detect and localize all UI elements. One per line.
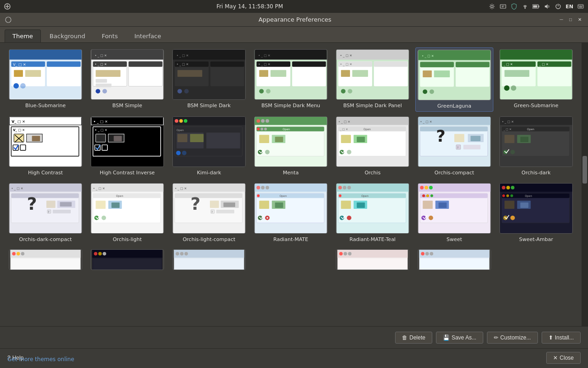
network-icon[interactable]	[521, 3, 529, 10]
themes-row4	[6, 247, 575, 275]
window-controls[interactable]: ─ □ ✕	[558, 16, 583, 23]
theme-blue-submarine[interactable]: V_ □ ✕ Blue-Submarine	[6, 47, 85, 112]
theme-bsm-simple[interactable]: • _ □ ✕ • _ □ ✕ BSM Simple	[88, 47, 166, 112]
theme-bsm-simple-dark[interactable]: • _ □ ✕ • _ □ ✕ BSM Simple Dark	[170, 47, 248, 112]
theme-orchis-light-compact[interactable]: • _ □ ✕ ? ? Orchis-light-compact	[170, 181, 248, 245]
theme-orchis-dark-compact[interactable]: • _ □ ✕ ? ? Orchis-dark-compact	[6, 181, 85, 245]
theme-bsm-simple-dark-menu[interactable]: • _ □ ✕ • _ □ ✕ BSM Simple Dark Menu	[252, 47, 330, 112]
svg-point-269	[506, 186, 510, 190]
theme-row4-3[interactable]	[170, 247, 248, 275]
svg-text:• _ □ ✕: • _ □ ✕	[175, 186, 187, 190]
svg-rect-146	[259, 135, 269, 144]
svg-rect-41	[96, 79, 107, 83]
theme-name-sweet: Sweet	[447, 236, 462, 243]
theme-kimi-dark[interactable]: Open Kimi-dark	[170, 115, 248, 178]
theme-bsm-simple-dark-panel[interactable]: • _ □ ✕ • _ □ ✕ BSM Simple Dark Panel	[334, 47, 412, 112]
delete-button[interactable]: 🗑 Delete	[395, 332, 432, 344]
theme-preview-bsm-simple-dark-menu: • _ □ ✕ • _ □ ✕	[254, 49, 328, 100]
theme-sweet-ambar[interactable]: Open Sweet-Ambar	[497, 181, 575, 245]
power-icon[interactable]	[554, 3, 562, 10]
tab-theme[interactable]: Theme	[5, 29, 41, 42]
svg-rect-299	[175, 259, 243, 270]
svg-point-274	[502, 194, 505, 197]
svg-text:?: ?	[436, 126, 446, 145]
customize-button[interactable]: ✏ Customize...	[487, 332, 538, 344]
theme-menta[interactable]: Open Menta	[252, 115, 330, 178]
theme-high-contrast-inverse[interactable]: • _ □ ✕ • _ □ ✕ High Contrast Inverse	[88, 115, 166, 178]
theme-radiant-mate[interactable]: Open Radiant-MATE	[252, 181, 330, 245]
svg-rect-84	[420, 62, 454, 68]
theme-row4-1[interactable]	[6, 247, 85, 275]
svg-rect-63	[292, 62, 326, 67]
maximize-button[interactable]: □	[567, 16, 574, 23]
minimize-button[interactable]: ─	[558, 16, 565, 23]
system-menu-icon[interactable]	[4, 3, 11, 10]
volume-icon[interactable]	[543, 3, 551, 10]
svg-text:Open: Open	[527, 128, 534, 132]
svg-rect-16	[581, 6, 582, 6]
theme-sweet[interactable]: Open Sweet	[415, 181, 493, 245]
theme-orchis-compact[interactable]: • _ □ ✕ ? ? Orchis-compact	[415, 115, 493, 178]
svg-rect-13	[578, 5, 583, 8]
battery-icon	[532, 3, 540, 10]
app-menu-icon[interactable]	[5, 16, 12, 23]
theme-row4-5[interactable]	[334, 247, 412, 275]
svg-point-125	[179, 119, 183, 123]
theme-row4-2[interactable]	[88, 247, 166, 275]
theme-orchis[interactable]: • _ □ ✕ _ □ ✕ Open Orchis	[334, 115, 412, 178]
scrollbar-track[interactable]	[582, 43, 588, 326]
tab-interface[interactable]: Interface	[126, 29, 169, 42]
save-as-button[interactable]: 💾 Save As...	[436, 332, 483, 344]
svg-text:_ □ ✕: _ □ ✕	[539, 63, 548, 66]
applet-icon[interactable]	[499, 3, 507, 10]
theme-name-orchis-dark-compact: Orchis-dark-compact	[19, 236, 72, 243]
theme-radiant-mate-teal[interactable]: Open Radiant-MATE-Teal	[334, 181, 412, 245]
theme-orchis-dark[interactable]: • _ □ ✕ _ □ ✕ Open Orchis-dark	[497, 115, 575, 178]
action-bar: 🗑 Delete 💾 Save As... ✏ Customize... ⬆ I…	[0, 326, 588, 348]
theme-green-submarine[interactable]: _ □ ✕ _ □ ✕ Green-Submarine	[497, 47, 575, 112]
theme-preview-bsm-simple-dark: • _ □ ✕ • _ □ ✕	[172, 49, 246, 100]
svg-text:V_ □ ✕: V_ □ ✕	[13, 63, 26, 67]
svg-point-275	[506, 194, 509, 197]
svg-point-254	[429, 186, 433, 190]
svg-rect-218	[223, 202, 235, 207]
svg-rect-87	[423, 70, 432, 77]
svg-rect-40	[96, 70, 120, 77]
svg-text:V_ □ ✕: V_ □ ✕	[13, 129, 25, 132]
svg-text:• _ □ ✕: • _ □ ✕	[422, 54, 434, 58]
theme-preview-row4-6	[418, 249, 491, 270]
svg-text:• _ □ ✕: • _ □ ✕	[93, 186, 105, 190]
scrollbar-thumb[interactable]	[582, 156, 587, 184]
svg-text:• _ □ ✕: • _ □ ✕	[11, 186, 23, 190]
language-indicator[interactable]: EN	[565, 4, 573, 10]
svg-rect-247	[357, 202, 365, 208]
theme-greenlaguna[interactable]: • _ □ ✕ GreenLaguna	[415, 47, 493, 112]
settings-icon[interactable]	[488, 3, 496, 10]
theme-orchis-light[interactable]: • _ □ ✕ Open Orchis-light	[88, 181, 166, 245]
close-window-button[interactable]: ✕	[576, 16, 583, 23]
svg-text:• _ □ ✕: • _ □ ✕	[95, 63, 107, 66]
svg-text:Open: Open	[363, 128, 371, 132]
get-themes-link[interactable]: Get more themes online	[7, 356, 74, 362]
theme-name-radiant-mate: Radiant-MATE	[273, 236, 308, 243]
svg-rect-245	[341, 201, 351, 209]
svg-point-43	[96, 89, 100, 93]
svg-point-284	[12, 252, 16, 256]
svg-rect-191	[11, 193, 79, 198]
theme-preview-sweet: Open	[418, 183, 491, 234]
svg-rect-205	[96, 201, 106, 209]
tab-background[interactable]: Background	[42, 29, 93, 42]
svg-rect-216	[210, 201, 219, 208]
close-button[interactable]: ✕ Close	[546, 352, 581, 364]
theme-preview-row4-5	[336, 249, 409, 270]
svg-point-290	[94, 252, 97, 256]
theme-high-contrast[interactable]: V_ □ ✕ V_ □ ✕ High Contrast	[6, 115, 85, 178]
tab-fonts[interactable]: Fonts	[94, 29, 125, 42]
theme-preview-row4-3	[172, 249, 246, 270]
install-button[interactable]: ⬆ Install...	[542, 332, 581, 344]
theme-preview-orchis: • _ □ ✕ _ □ ✕ Open	[336, 116, 409, 167]
shield-icon	[510, 3, 518, 10]
svg-point-138	[261, 119, 265, 123]
svg-point-124	[175, 119, 178, 123]
theme-row4-6[interactable]	[415, 247, 493, 275]
